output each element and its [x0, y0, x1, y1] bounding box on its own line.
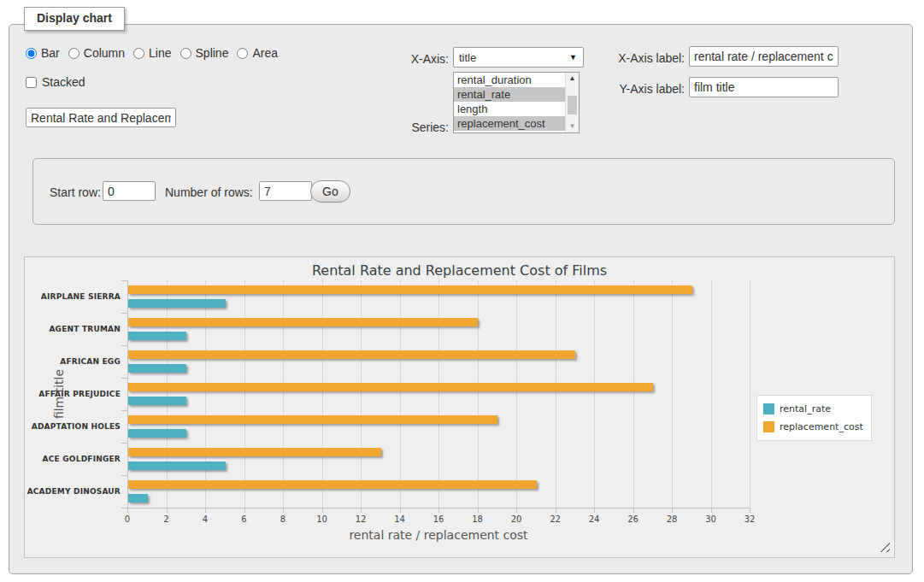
x-tick-label: 30	[698, 514, 724, 524]
y-axis-line	[127, 280, 128, 509]
x-axis-tick	[322, 509, 323, 513]
y-axis-tick	[121, 345, 127, 346]
panel-title: Display chart	[24, 7, 125, 31]
x-tick-label: 2	[154, 514, 180, 524]
legend-label: rental_rate	[780, 403, 831, 414]
chart-type-option-column[interactable]: Column	[68, 46, 125, 60]
y-axis-label-caption: Y-Axis label:	[598, 82, 685, 96]
series-option-replacement_cost[interactable]: replacement_cost	[454, 116, 565, 131]
x-tick-label: 0	[115, 514, 140, 524]
go-button[interactable]: Go	[310, 180, 350, 203]
y-axis-label-input[interactable]	[689, 77, 839, 97]
chart-type-option-label: Column	[84, 46, 125, 60]
bar-rental_rate	[128, 299, 226, 308]
bar-replacement_cost	[128, 480, 537, 489]
x-axis-tick	[283, 509, 284, 513]
chart-legend: rental_ratereplacement_cost	[756, 395, 872, 441]
y-axis-tick	[121, 378, 127, 379]
x-axis-line	[127, 508, 750, 509]
x-axis-tick	[711, 509, 712, 513]
x-tick-label: 8	[270, 514, 296, 524]
y-axis-tick	[121, 443, 127, 444]
x-axis-select[interactable]: title ▼	[453, 47, 584, 68]
gridline	[633, 280, 634, 508]
chart-type-option-line[interactable]: Line	[133, 46, 171, 60]
chart-type-radio-spline[interactable]	[180, 48, 191, 59]
x-axis-tick	[556, 509, 556, 513]
chart-title-input[interactable]	[26, 108, 176, 127]
x-tick-label: 14	[387, 514, 413, 524]
x-axis-tick	[594, 509, 595, 513]
scrollbar-thumb[interactable]	[568, 96, 577, 115]
scroll-up-icon[interactable]: ▲	[566, 73, 579, 85]
series-label: Series:	[363, 121, 449, 134]
num-rows-input[interactable]	[259, 181, 312, 201]
series-listbox-scrollbar[interactable]: ▲ ▼	[565, 73, 579, 132]
gridline	[478, 280, 479, 508]
scroll-down-icon[interactable]: ▼	[566, 121, 579, 132]
stacked-checkbox[interactable]	[26, 77, 37, 88]
x-tick-label: 28	[659, 514, 685, 524]
series-option-length[interactable]: length	[454, 102, 565, 116]
legend-item-replacement_cost[interactable]: replacement_cost	[763, 418, 863, 436]
series-listbox[interactable]: rental_durationrental_ratelengthreplacem…	[453, 72, 580, 133]
chart-area: Rental Rate and Replacement Cost of Film…	[24, 256, 895, 558]
bar-replacement_cost	[128, 415, 497, 424]
x-tick-label: 12	[348, 514, 374, 524]
chart-type-option-area[interactable]: Area	[237, 46, 278, 60]
chart-type-radio-line[interactable]	[133, 48, 144, 59]
x-tick-label: 20	[503, 514, 529, 524]
y-axis-title: film title	[52, 369, 66, 419]
x-tick-label: 32	[737, 514, 762, 524]
series-option-rental_duration[interactable]: rental_duration	[454, 73, 565, 87]
x-tick-label: 16	[426, 514, 451, 524]
gridline	[361, 280, 362, 508]
gridline	[711, 280, 712, 508]
stacked-option[interactable]: Stacked	[26, 75, 85, 89]
legend-label: replacement_cost	[780, 421, 863, 432]
category-label: ACE GOLDFINGER	[28, 443, 121, 475]
category-label: ADAPTATION HOLES	[28, 410, 121, 443]
x-tick-label: 22	[543, 514, 568, 524]
x-tick-label: 10	[309, 514, 335, 524]
gridline	[556, 280, 556, 508]
legend-swatch-icon	[763, 403, 774, 414]
x-tick-label: 24	[581, 514, 607, 524]
bar-replacement_cost	[128, 448, 381, 456]
legend-item-rental_rate[interactable]: rental_rate	[763, 400, 863, 418]
y-axis-tick	[121, 508, 127, 509]
series-option-rental_rate[interactable]: rental_rate	[454, 87, 565, 102]
x-axis-tick	[516, 509, 517, 513]
x-axis-tick	[633, 509, 634, 513]
x-axis-tick	[478, 509, 479, 513]
gridline	[322, 280, 323, 508]
chart-type-radio-column[interactable]	[68, 48, 79, 59]
x-axis-tick	[361, 509, 362, 513]
chart-type-option-label: Spline	[196, 46, 229, 60]
gridline	[283, 280, 284, 508]
y-axis-tick	[121, 410, 127, 411]
gridline	[672, 280, 673, 508]
x-tick-label: 6	[232, 514, 257, 524]
series-listbox-options: rental_durationrental_ratelengthreplacem…	[454, 73, 565, 132]
bar-rental_rate	[128, 429, 186, 438]
chart-type-option-bar[interactable]: Bar	[26, 46, 60, 60]
x-axis-tick	[438, 509, 439, 513]
chart-type-option-spline[interactable]: Spline	[180, 46, 229, 60]
chart-type-radio-area[interactable]	[237, 48, 248, 59]
x-tick-label: 4	[192, 514, 218, 524]
x-axis-label-caption: X-Axis label:	[598, 51, 685, 65]
x-axis-label-input[interactable]	[689, 46, 839, 67]
num-rows-label: Number of rows:	[165, 185, 253, 199]
chart-type-option-label: Bar	[41, 46, 60, 60]
resize-handle-icon[interactable]	[880, 542, 890, 552]
category-label: AFRICAN EGG	[28, 345, 121, 378]
chevron-down-icon: ▼	[569, 54, 577, 62]
bar-replacement_cost	[128, 383, 653, 391]
start-row-input[interactable]	[103, 181, 156, 201]
bar-rental_rate	[128, 494, 148, 503]
y-axis-tick	[121, 313, 127, 314]
gridline	[438, 280, 439, 508]
chart-type-radio-bar[interactable]	[26, 48, 37, 59]
chart-title: Rental Rate and Replacement Cost of Film…	[25, 262, 894, 279]
